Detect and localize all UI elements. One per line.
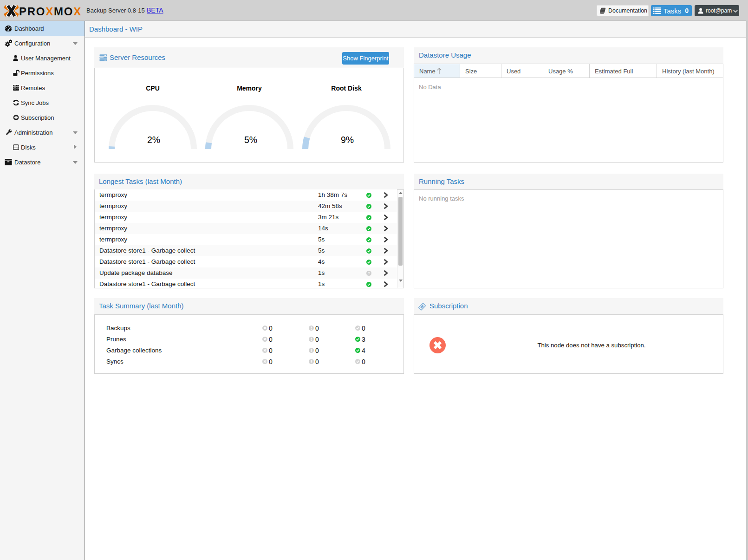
svg-text:?: ? bbox=[368, 271, 370, 275]
